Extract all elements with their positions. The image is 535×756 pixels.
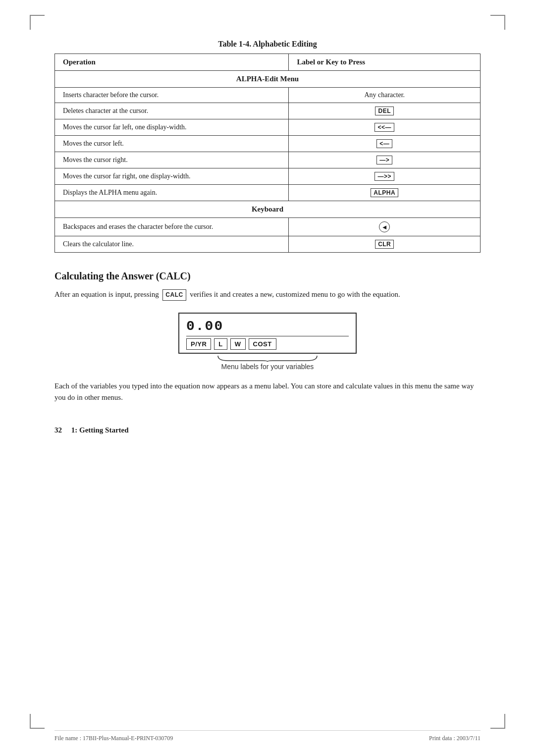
- body-text-1: After an equation is input, pressing CAL…: [54, 289, 481, 301]
- calc-display-diagram: 0.00 P/YR L W COST Menu labels for your …: [178, 313, 357, 371]
- table-row: Inserts character before the cursor. Any…: [55, 88, 481, 103]
- table-section-alpha: ALPHA-Edit Menu: [55, 71, 481, 88]
- del-key-badge: DEL: [375, 107, 394, 115]
- corner-mark-tl: [30, 15, 45, 30]
- table-section-keyboard: Keyboard: [55, 201, 481, 218]
- corner-mark-bl: [30, 714, 45, 729]
- page-number: 32: [54, 426, 62, 434]
- body1-post: verifies it and creates a new, customize…: [190, 290, 400, 298]
- key-far-right: —>>: [289, 168, 481, 185]
- key-any-char: Any character.: [289, 88, 481, 103]
- op-cursor-far-left: Moves the cursor far left, one display-w…: [55, 119, 289, 136]
- keyboard-header: Keyboard: [55, 201, 481, 218]
- alphabetic-editing-table: Operation Label or Key to Press ALPHA-Ed…: [54, 54, 481, 253]
- key-right: —>: [289, 152, 481, 168]
- clr-key-badge: CLR: [375, 240, 394, 249]
- op-cursor-right: Moves the cursor right.: [55, 152, 289, 168]
- menu-key-w: W: [230, 338, 246, 350]
- op-cursor-left: Moves the cursor left.: [55, 136, 289, 152]
- key-clr: CLR: [289, 236, 481, 253]
- op-clr: Clears the calculator line.: [55, 236, 289, 253]
- menu-key-l: L: [214, 338, 227, 350]
- col2-header: Label or Key to Press: [289, 54, 481, 71]
- far-right-key-badge: —>>: [374, 172, 394, 181]
- key-del: DEL: [289, 103, 481, 119]
- menu-key-pyr: P/YR: [186, 338, 211, 350]
- op-backspace: Backspaces and erases the character befo…: [55, 218, 289, 236]
- calc-screen: 0.00 P/YR L W COST: [178, 313, 357, 354]
- table-row: Moves the cursor left. <—: [55, 136, 481, 152]
- calc-key-inline: CALC: [162, 289, 186, 301]
- alpha-edit-menu-header: ALPHA-Edit Menu: [55, 71, 481, 88]
- menu-key-cost: COST: [249, 338, 276, 350]
- op-insert: Inserts character before the cursor.: [55, 88, 289, 103]
- op-delete: Deletes character at the cursor.: [55, 103, 289, 119]
- corner-mark-tr: [490, 15, 505, 30]
- op-cursor-far-right: Moves the cursor far right, one display-…: [55, 168, 289, 185]
- brace-label-container: Menu labels for your variables: [178, 355, 357, 371]
- op-alpha-menu: Displays the ALPHA menu again.: [55, 185, 289, 201]
- alpha-key-badge: ALPHA: [371, 188, 398, 197]
- table-row: Deletes character at the cursor. DEL: [55, 103, 481, 119]
- page-number-section: 32 1: Getting Started: [54, 421, 481, 434]
- footer-right: Print data : 2003/7/11: [429, 735, 481, 742]
- table-row: Clears the calculator line. CLR: [55, 236, 481, 253]
- table-row: Displays the ALPHA menu again. ALPHA: [55, 185, 481, 201]
- body-text-2: Each of the variables you typed into the…: [54, 380, 481, 404]
- table-title: Table 1-4. Alphabetic Editing: [54, 40, 481, 49]
- chapter-label: 1: Getting Started: [71, 426, 129, 434]
- calc-menu-row: P/YR L W COST: [186, 336, 349, 353]
- left-key-badge: <—: [376, 139, 392, 148]
- key-left: <—: [289, 136, 481, 152]
- footer-left: File name : 17BII-Plus-Manual-E-PRINT-03…: [54, 735, 173, 742]
- table-row: Moves the cursor right. —>: [55, 152, 481, 168]
- corner-mark-br: [490, 714, 505, 729]
- key-alpha: ALPHA: [289, 185, 481, 201]
- body1-pre: After an equation is input, pressing: [54, 290, 159, 298]
- key-backspace: ◄: [289, 218, 481, 236]
- right-key-badge: —>: [376, 156, 392, 164]
- table-row: Backspaces and erases the character befo…: [55, 218, 481, 236]
- page-chapter-line: 32 1: Getting Started: [54, 426, 481, 434]
- far-left-key-badge: <<—: [374, 123, 394, 132]
- calc-number-display: 0.00: [186, 319, 349, 336]
- brace-icon: [213, 355, 322, 362]
- table-row: Moves the cursor far left, one display-w…: [55, 119, 481, 136]
- menu-label-text: Menu labels for your variables: [221, 363, 314, 371]
- col1-header: Operation: [55, 54, 289, 71]
- page: Table 1-4. Alphabetic Editing Operation …: [0, 0, 535, 756]
- table-row: Moves the cursor far right, one display-…: [55, 168, 481, 185]
- backspace-key-badge: ◄: [379, 221, 390, 232]
- calculating-heading: Calculating the Answer (CALC): [54, 270, 481, 282]
- footer: File name : 17BII-Plus-Manual-E-PRINT-03…: [54, 730, 481, 742]
- key-far-left: <<—: [289, 119, 481, 136]
